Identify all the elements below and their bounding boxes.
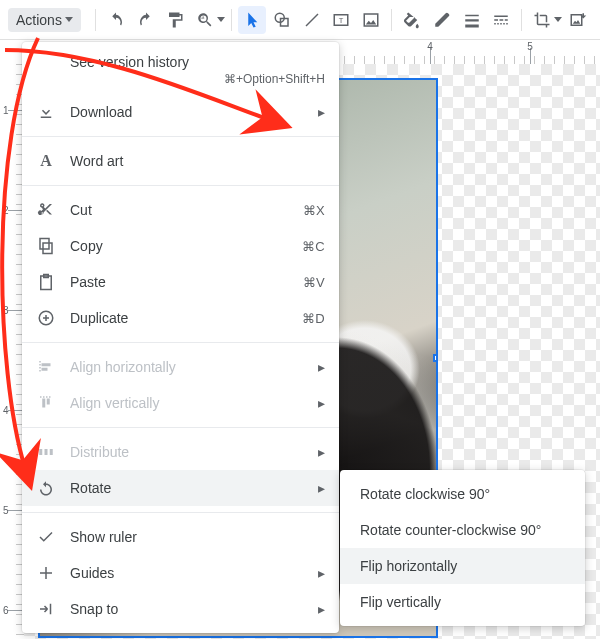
menu-item-download[interactable]: Download ▸ <box>22 94 339 130</box>
menu-item-align-vertical: Align vertically ▸ <box>22 385 339 421</box>
menu-label: Duplicate <box>70 310 288 326</box>
duplicate-icon <box>36 309 56 327</box>
ruler-label: 5 <box>527 41 533 52</box>
submenu-arrow-icon: ▸ <box>318 104 325 120</box>
menu-item-guides[interactable]: Guides ▸ <box>22 555 339 591</box>
menu-item-word-art[interactable]: A Word art <box>22 143 339 179</box>
menu-item-version-history[interactable]: See version history ⌘+Option+Shift+H <box>22 48 339 94</box>
zoom-icon <box>196 11 214 29</box>
undo-icon <box>107 11 125 29</box>
select-tool-button[interactable] <box>238 6 266 34</box>
pencil-icon <box>433 11 451 29</box>
distribute-icon <box>36 443 56 461</box>
reset-image-button[interactable] <box>564 6 592 34</box>
submenu-item-rotate-ccw[interactable]: Rotate counter-clockwise 90° <box>340 512 585 548</box>
redo-icon <box>137 11 155 29</box>
align-vertical-icon <box>36 394 56 412</box>
menu-item-paste[interactable]: Paste ⌘V <box>22 264 339 300</box>
submenu-arrow-icon: ▸ <box>318 601 325 617</box>
caret-down-icon <box>217 17 225 22</box>
svg-rect-11 <box>500 19 504 21</box>
menu-label: Flip vertically <box>360 594 571 610</box>
menu-label: Cut <box>70 202 289 218</box>
actions-button[interactable]: Actions <box>8 8 81 32</box>
dash-icon <box>492 11 510 29</box>
svg-rect-30 <box>39 449 42 455</box>
rotate-icon <box>36 479 56 497</box>
actions-menu: See version history ⌘+Option+Shift+H Dow… <box>22 42 339 633</box>
menu-item-snap-to[interactable]: Snap to ▸ <box>22 591 339 627</box>
undo-button[interactable] <box>102 6 130 34</box>
fill-color-button[interactable] <box>398 6 426 34</box>
menu-label: Rotate counter-clockwise 90° <box>360 522 571 538</box>
toolbar-separator <box>231 9 232 31</box>
svg-rect-7 <box>465 19 479 21</box>
submenu-item-flip-vertical[interactable]: Flip vertically <box>340 584 585 620</box>
rotate-submenu: Rotate clockwise 90° Rotate counter-cloc… <box>340 470 585 626</box>
submenu-arrow-icon: ▸ <box>318 565 325 581</box>
svg-rect-17 <box>507 23 509 25</box>
menu-label: Rotate clockwise 90° <box>360 486 571 502</box>
menu-label: Download <box>70 104 296 120</box>
svg-rect-32 <box>50 449 53 455</box>
align-horizontal-icon <box>36 358 56 376</box>
ruler-label: 1 <box>3 105 9 116</box>
svg-rect-28 <box>42 399 45 408</box>
menu-item-rotate[interactable]: Rotate ▸ <box>22 470 339 506</box>
menu-label: Align vertically <box>70 395 296 411</box>
image-button[interactable] <box>357 6 385 34</box>
toolbar: Actions T <box>0 0 600 40</box>
copy-icon <box>36 237 56 255</box>
crop-button[interactable] <box>528 6 556 34</box>
menu-label: Rotate <box>70 480 296 496</box>
menu-separator <box>22 185 339 186</box>
toolbar-separator <box>391 9 392 31</box>
svg-rect-8 <box>465 24 479 27</box>
menu-label: Flip horizontally <box>360 558 571 574</box>
shape-button[interactable] <box>268 6 296 34</box>
ruler-label: 4 <box>3 405 9 416</box>
guides-icon <box>36 564 56 582</box>
ruler-label: 2 <box>3 205 9 216</box>
menu-item-copy[interactable]: Copy ⌘C <box>22 228 339 264</box>
svg-rect-25 <box>42 363 51 366</box>
textbox-button[interactable]: T <box>328 6 356 34</box>
svg-rect-9 <box>495 15 509 17</box>
menu-item-show-ruler[interactable]: Show ruler <box>22 519 339 555</box>
submenu-item-flip-horizontal[interactable]: Flip horizontally <box>340 548 585 584</box>
menu-shortcut: ⌘X <box>303 203 325 218</box>
svg-rect-15 <box>501 23 503 25</box>
line-button[interactable] <box>298 6 326 34</box>
menu-item-distribute: Distribute ▸ <box>22 434 339 470</box>
textbox-icon: T <box>332 11 350 29</box>
menu-separator <box>22 427 339 428</box>
submenu-arrow-icon: ▸ <box>318 480 325 496</box>
menu-separator <box>22 342 339 343</box>
resize-handle-e[interactable] <box>433 354 438 362</box>
line-icon <box>303 11 321 29</box>
svg-rect-6 <box>465 14 479 16</box>
menu-label: Distribute <box>70 444 296 460</box>
menu-item-cut[interactable]: Cut ⌘X <box>22 192 339 228</box>
menu-label: See version history <box>70 54 325 70</box>
paint-format-button[interactable] <box>161 6 189 34</box>
menu-shortcut: ⌘V <box>303 275 325 290</box>
menu-label: Guides <box>70 565 296 581</box>
cursor-icon <box>243 11 261 29</box>
snap-icon <box>36 600 56 618</box>
border-weight-button[interactable] <box>458 6 486 34</box>
submenu-item-rotate-cw[interactable]: Rotate clockwise 90° <box>340 476 585 512</box>
svg-rect-16 <box>504 23 506 25</box>
redo-button[interactable] <box>132 6 160 34</box>
caret-down-icon <box>554 17 562 22</box>
shape-icon <box>273 11 291 29</box>
border-color-button[interactable] <box>428 6 456 34</box>
zoom-button[interactable] <box>191 6 219 34</box>
border-dash-button[interactable] <box>487 6 515 34</box>
svg-rect-29 <box>47 399 50 405</box>
menu-shortcut: ⌘D <box>302 311 325 326</box>
ruler-label: 4 <box>427 41 433 52</box>
menu-item-align-horizontal: Align horizontally ▸ <box>22 349 339 385</box>
menu-item-duplicate[interactable]: Duplicate ⌘D <box>22 300 339 336</box>
menu-shortcut: ⌘C <box>302 239 325 254</box>
